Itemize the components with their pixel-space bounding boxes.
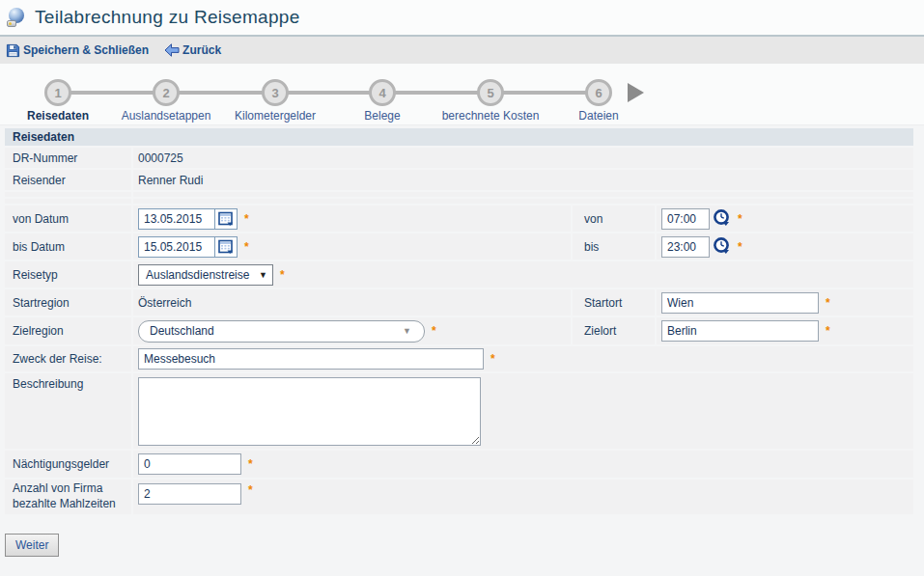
step-circle-3[interactable]: 3 [262,79,289,106]
wizard-steps: 1 2 3 4 5 6 Reisedaten Auslandsetappen K… [0,64,924,125]
zielregion-selected-value: Deutschland [150,324,214,338]
startort-label: Startort [573,289,655,315]
step-circle-4[interactable]: 4 [369,79,396,106]
chevron-down-icon: ▼ [259,270,267,280]
von-datum-label: von Datum [5,206,131,232]
back-button[interactable]: Zurück [164,43,221,57]
naechtigungsgelder-label: Nächtigungsgelder [5,451,131,478]
spacer-row [5,192,131,197]
spacer-row [5,199,131,204]
step-circle-5[interactable]: 5 [477,79,504,106]
mahlzeiten-input[interactable] [138,483,241,505]
dr-nummer-value: 0000725 [133,148,913,168]
beschreibung-label: Beschreibung [5,373,131,449]
required-marker: * [826,296,830,310]
step-label-berechnete-kosten[interactable]: berechnete Kosten [442,109,540,123]
step-label-dateien[interactable]: Dateien [578,109,618,123]
required-marker: * [738,240,742,254]
step-circle-6[interactable]: 6 [585,79,612,106]
step-circle-2[interactable]: 2 [153,79,180,106]
naechtigungsgelder-input[interactable] [138,453,241,475]
startregion-value: Österreich [133,289,571,315]
required-marker: * [244,212,249,226]
startort-input[interactable] [661,292,819,314]
toolbar: Speichern & Schließen Zurück [0,37,924,64]
step-label-kilometergelder[interactable]: Kilometergelder [235,109,316,123]
bis-zeit-clock-button[interactable] [713,237,731,256]
beschreibung-textarea[interactable] [138,377,481,446]
chevron-down-icon: ▼ [403,326,411,336]
required-marker: * [248,483,253,497]
required-marker: * [490,352,495,366]
von-datum-input[interactable] [138,208,215,230]
floppy-disk-icon [6,43,20,58]
step-label-auslandsetappen[interactable]: Auslandsetappen [122,109,211,123]
von-zeit-label: von [573,206,655,232]
step-circle-1[interactable]: 1 [44,79,71,106]
step-label-reisedaten[interactable]: Reisedaten [27,109,89,123]
required-marker: * [244,240,249,254]
step-label-belege[interactable]: Belege [364,109,400,123]
required-marker: * [738,212,742,226]
zielort-input[interactable] [661,320,819,342]
zielregion-combobox[interactable]: Deutschland ▼ [138,320,425,343]
reisetyp-selected-value: Auslandsdienstreise [146,268,249,282]
zweck-input[interactable] [138,348,484,370]
startregion-label: Startregion [5,289,131,315]
section-header: Reisedaten [5,128,913,146]
back-arrow-icon [164,43,180,57]
required-marker: * [280,268,285,282]
calendar-icon [218,211,234,227]
zweck-label: Zweck der Reise: [5,346,131,371]
reisender-value: Renner Rudi [133,170,913,190]
reisetyp-label: Reisetyp [5,261,131,288]
wizard-connector-line [58,91,599,95]
von-datum-control [138,208,238,230]
calendar-icon [218,239,234,255]
wizard-next-arrow-icon [628,83,644,102]
von-zeit-input[interactable] [661,208,710,230]
weiter-button[interactable]: Weiter [5,534,59,557]
required-marker: * [826,324,830,338]
zielregion-label: Zielregion [5,317,131,344]
required-marker: * [248,457,253,471]
back-label: Zurück [182,43,221,57]
page-title: Teilabrechnung zu Reisemappe [35,7,300,28]
save-and-close-button[interactable]: Speichern & Schließen [6,43,149,58]
bis-datum-label: bis Datum [5,233,131,260]
von-datum-calendar-button[interactable] [215,208,238,230]
required-marker: * [432,324,436,338]
dr-nummer-label: DR-Nummer [5,148,131,168]
clock-icon [713,209,731,228]
travel-globe-icon [7,8,26,27]
reisedaten-form: Reisedaten DR-Nummer 0000725 Reisender R… [5,128,913,514]
von-zeit-clock-button[interactable] [713,209,731,228]
zielort-label: Zielort [573,317,655,344]
clock-icon [713,237,731,256]
reisetyp-select[interactable]: Auslandsdienstreise ▼ [138,264,273,286]
mahlzeiten-label: Anzahl von Firma bezahlte Mahlzeiten [5,480,131,514]
bis-datum-control [138,236,238,258]
title-bar: Teilabrechnung zu Reisemappe [0,0,924,37]
bis-datum-input[interactable] [138,236,215,258]
bis-datum-calendar-button[interactable] [215,236,238,258]
reisender-label: Reisender [5,170,131,190]
bis-zeit-input[interactable] [661,236,710,258]
save-and-close-label: Speichern & Schließen [23,43,149,57]
bis-zeit-label: bis [573,233,655,260]
